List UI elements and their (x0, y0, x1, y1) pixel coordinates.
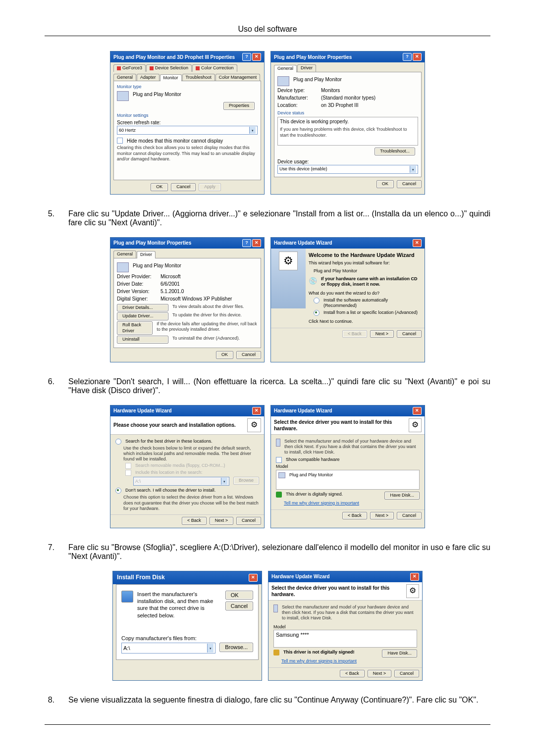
ok-button[interactable]: OK (225, 591, 253, 600)
device-usage-select[interactable]: Use this device (enable)▾ (277, 165, 418, 174)
checkbox-search-removable (125, 463, 131, 469)
wizard-icon: ⚙ (247, 418, 261, 432)
chevron-down-icon: ▾ (221, 478, 227, 485)
help-icon[interactable]: ? (242, 239, 251, 247)
have-disk-button[interactable]: Have Disk... (384, 492, 420, 500)
tab-general[interactable]: General (113, 251, 136, 258)
manufacturer-label: Manufacturer: (277, 95, 317, 101)
tab-monitor[interactable]: Monitor (160, 74, 182, 82)
close-icon[interactable]: ✕ (252, 407, 261, 415)
cancel-button[interactable]: Cancel (397, 180, 422, 188)
cancel-button[interactable]: Cancel (397, 330, 422, 338)
back-button[interactable]: < Back (342, 512, 367, 520)
wizard-icon: ⚙ (279, 252, 298, 270)
close-icon[interactable]: ✕ (413, 407, 422, 415)
dialog-wizard-select-driver: Hardware Update Wizard✕ Select the devic… (270, 405, 425, 528)
checkbox-show-compatible-label: Show compatible hardware (286, 457, 340, 463)
tab-device-selection[interactable]: Device Selection (146, 64, 192, 72)
radio-install-from-list[interactable] (314, 310, 320, 316)
dialog-install-from-disk: Install From Disk ✕ Insert the manufactu… (112, 571, 262, 681)
close-icon[interactable]: ✕ (410, 573, 419, 581)
next-button[interactable]: Next > (370, 512, 394, 520)
roll-back-driver-button[interactable]: Roll Back Driver (117, 321, 153, 335)
dialog-monitor-properties-general: Plug and Play Monitor Properties ? ✕ Gen… (270, 51, 425, 195)
cancel-button[interactable]: Cancel (236, 517, 261, 525)
step-text: Selezionare "Don't search, I will... (No… (68, 377, 490, 395)
copy-path-select[interactable]: A:\▾ (121, 643, 215, 654)
refresh-rate-select[interactable]: 60 Hertz▾ (117, 126, 258, 135)
cancel-button[interactable]: Cancel (171, 183, 196, 191)
wizard-icon: ⚙ (409, 418, 422, 432)
driver-details-button[interactable]: Driver Details... (117, 304, 168, 312)
browse-button[interactable]: Browse... (219, 643, 253, 652)
model-column-header: Model (273, 624, 417, 630)
close-icon[interactable]: ✕ (252, 53, 261, 61)
properties-button[interactable]: Properties (223, 102, 255, 110)
monitor-settings-label: Monitor settings (117, 113, 258, 119)
troubleshoot-button[interactable]: Troubleshoot... (374, 148, 415, 155)
hide-modes-checkbox[interactable] (117, 138, 123, 144)
uninstall-desc: To uninstall the driver (Advanced). (172, 336, 240, 341)
tab-driver[interactable]: Driver (297, 64, 316, 72)
window-title: Install From Disk (117, 574, 165, 582)
radio-dont-search[interactable] (115, 488, 121, 494)
next-button[interactable]: Next > (368, 670, 391, 678)
back-button: < Back (342, 330, 367, 338)
next-button[interactable]: Next > (370, 330, 394, 338)
tab-driver[interactable]: Driver (137, 251, 156, 258)
model-list-item[interactable]: Plug and Play Monitor (289, 472, 333, 478)
back-button[interactable]: < Back (182, 517, 207, 525)
step-number: 8. (45, 696, 54, 705)
ok-button[interactable]: OK (216, 351, 233, 359)
monitor-icon (117, 91, 129, 101)
tab-color-correction[interactable]: Color Correction (192, 64, 237, 72)
step-8: 8. Se viene visualizzata la seguente fin… (45, 696, 490, 705)
dialog-wizard-select-driver-samsung: Hardware Update Wizard✕ Select the devic… (268, 571, 423, 681)
uninstall-button[interactable]: Uninstall (117, 336, 168, 344)
hide-modes-note: Clearing this check box allows you to se… (117, 145, 258, 162)
step-number: 6. (45, 377, 54, 395)
cancel-button[interactable]: Cancel (225, 602, 253, 610)
cd-icon: 💿 (309, 276, 317, 285)
monitor-icon (276, 439, 280, 447)
titlebar: Plug and Play Monitor and 3D Prophet III… (110, 51, 264, 62)
tab-general[interactable]: General (113, 74, 136, 81)
tab-general[interactable]: General (274, 65, 297, 72)
step-7: 7. Fare clic su "Browse (Sfoglia)", sceg… (45, 543, 490, 561)
close-icon[interactable]: ✕ (413, 239, 422, 247)
model-list-item[interactable]: Samsung **** (276, 632, 309, 638)
figure-row-2: Plug and Play Monitor Properties ?✕ Gene… (45, 237, 490, 362)
back-button[interactable]: < Back (340, 670, 365, 678)
dialog-wizard-search-options: Hardware Update Wizard✕ Please choose yo… (110, 405, 265, 528)
signing-info-link[interactable]: Tell me why driver signing is important (284, 501, 420, 506)
cancel-button[interactable]: Cancel (397, 512, 422, 520)
close-icon[interactable]: ✕ (249, 574, 258, 582)
tab-troubleshoot[interactable]: Troubleshoot (182, 74, 215, 81)
radio-search-best[interactable] (115, 439, 121, 445)
checkbox-show-compatible[interactable] (276, 457, 282, 463)
radio-auto-install[interactable] (314, 298, 320, 303)
help-icon[interactable]: ? (242, 53, 251, 61)
tab-color-management[interactable]: Color Management (215, 74, 261, 81)
copy-from-label: Copy manufacturer's files from: (121, 635, 253, 642)
tab-adapter[interactable]: Adapter (137, 74, 160, 81)
cancel-button[interactable]: Cancel (394, 670, 419, 678)
wizard-header: Select the device driver you want to ins… (271, 585, 406, 598)
signing-info-link[interactable]: Tell me why driver signing is important (281, 658, 417, 664)
update-driver-button[interactable]: Update Driver... (117, 312, 168, 320)
next-button[interactable]: Next > (210, 517, 233, 525)
tab-geforce3[interactable]: GeForce3 (113, 64, 146, 72)
close-icon[interactable]: ✕ (252, 239, 261, 247)
wizard-icon: ⚙ (406, 584, 419, 598)
ok-button[interactable]: OK (151, 183, 168, 191)
window-title: Plug and Play Monitor Properties (113, 240, 191, 246)
chevron-down-icon: ▾ (410, 166, 416, 173)
device-type-value: Monitors (321, 87, 340, 94)
cancel-button[interactable]: Cancel (236, 351, 261, 359)
have-disk-button[interactable]: Have Disk... (382, 650, 417, 657)
ok-button[interactable]: OK (376, 180, 394, 188)
device-status-text: This device is working properly. (280, 118, 416, 125)
figure-row-1: Plug and Play Monitor and 3D Prophet III… (45, 51, 490, 195)
close-icon[interactable]: ✕ (413, 53, 422, 61)
help-icon[interactable]: ? (403, 53, 412, 61)
